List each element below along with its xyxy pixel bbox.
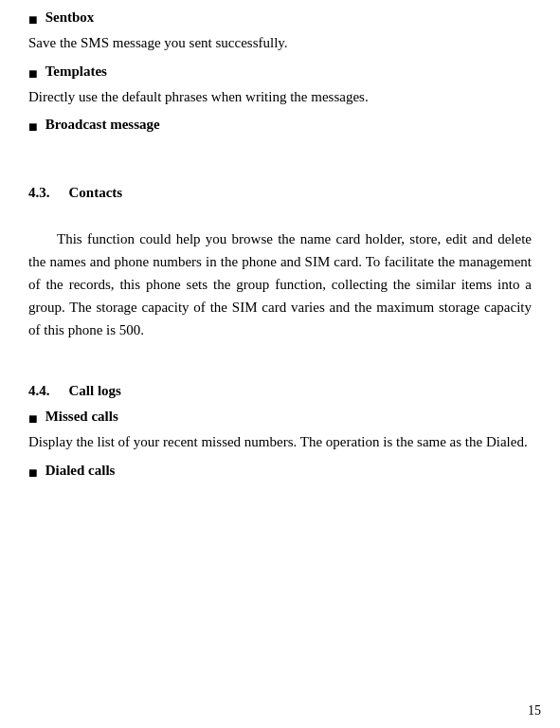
calllogs-heading-row: 4.4. Call logs	[28, 383, 532, 399]
templates-heading: Templates	[45, 64, 107, 80]
contacts-heading-row: 4.3. Contacts	[28, 185, 532, 201]
calllogs-section: 4.4. Call logs	[28, 383, 532, 399]
broadcast-heading: Broadcast message	[45, 117, 160, 133]
missed-calls-bullet-row: ■ Missed calls	[28, 409, 532, 428]
missed-calls-paragraph: Display the list of your recent missed n…	[28, 434, 528, 449]
dialed-calls-bullet-icon: ■	[28, 464, 38, 482]
contacts-paragraph: This function could help you browse the …	[28, 228, 532, 341]
dialed-calls-heading: Dialed calls	[45, 463, 116, 479]
templates-bullet-icon: ■	[28, 65, 38, 82]
contacts-title: Contacts	[69, 185, 123, 201]
page-number: 15	[528, 703, 541, 719]
missed-calls-heading: Missed calls	[45, 409, 118, 425]
sentbox-bullet-icon: ■	[28, 11, 38, 28]
calllogs-title: Call logs	[69, 383, 121, 399]
contacts-section: 4.3. Contacts	[28, 185, 532, 201]
broadcast-bullet-row: ■ Broadcast message	[28, 117, 532, 136]
missed-calls-text: Display the list of your recent missed n…	[28, 431, 532, 453]
sentbox-heading: Sentbox	[45, 9, 95, 26]
sentbox-bullet-row: ■ Sentbox	[28, 9, 532, 28]
contacts-number: 4.3.	[28, 185, 50, 201]
templates-text: Directly use the default phrases when wr…	[28, 86, 532, 108]
missed-calls-bullet-icon: ■	[28, 410, 38, 428]
dialed-calls-bullet-row: ■ Dialed calls	[28, 463, 532, 482]
calllogs-number: 4.4.	[28, 383, 50, 399]
templates-bullet-row: ■ Templates	[28, 64, 532, 82]
sentbox-text: Save the SMS message you sent successful…	[28, 32, 532, 54]
broadcast-bullet-icon: ■	[28, 118, 38, 136]
